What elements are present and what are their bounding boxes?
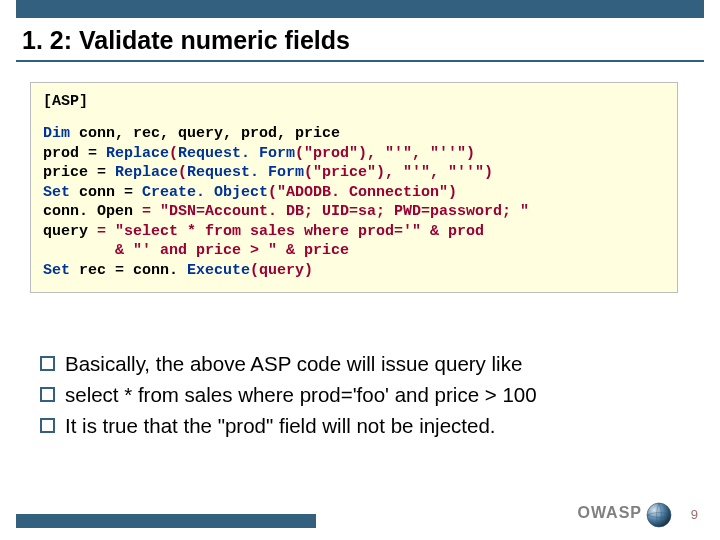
code-text: ("ADODB. Connection") [268,184,457,201]
code-text: = "DSN=Account. DB; UID=sa; PWD=password… [133,203,529,220]
top-bar [16,0,704,18]
bullet-text: Basically, the above ASP code will issue… [65,348,522,379]
code-keyword: Set [43,184,79,201]
title-underline [16,60,704,62]
code-text: rec = conn. [79,262,187,279]
code-text: conn = [79,184,142,201]
slide: 1. 2: Validate numeric fields [ASP] Dim … [0,0,720,540]
code-text: prod = [43,145,106,162]
code-language-tag: [ASP] [43,93,665,110]
bullet-icon [40,418,55,433]
footer-bar [16,514,316,528]
svg-point-0 [647,503,671,527]
code-text: ( [178,164,187,181]
list-item: It is true that the "prod" field will no… [40,410,680,441]
code-keyword: Set [43,262,79,279]
code-func: Replace [115,164,178,181]
code-text: (query) [250,262,313,279]
code-func: Create. Object [142,184,268,201]
bullet-list: Basically, the above ASP code will issue… [40,348,680,441]
bullet-icon [40,356,55,371]
code-text: conn, rec, query, prod, price [79,125,340,142]
code-text: ("prod"), "'", "''") [295,145,475,162]
code-text: ( [169,145,178,162]
bullet-icon [40,387,55,402]
code-func: Execute [187,262,250,279]
globe-icon [646,502,672,528]
list-item: select * from sales where prod='foo' and… [40,379,680,410]
list-item: Basically, the above ASP code will issue… [40,348,680,379]
code-text: = "select * from sales where prod='" & p… [88,223,484,240]
code-box: [ASP] Dim conn, rec, query, prod, price … [30,82,678,293]
code-text: & "' and price > " & price [43,242,349,259]
code-func: Request. Form [178,145,295,162]
bullet-text: select * from sales where prod='foo' and… [65,379,537,410]
code-text: conn. Open [43,203,133,220]
footer-brand: OWASP [577,504,642,522]
bullet-text: It is true that the "prod" field will no… [65,410,495,441]
code-block: Dim conn, rec, query, prod, price prod =… [43,124,665,280]
code-keyword: Dim [43,125,79,142]
code-text: query [43,223,88,240]
page-number: 9 [691,507,698,522]
code-func: Replace [106,145,169,162]
code-text: ("price"), "'", "''") [304,164,493,181]
slide-title: 1. 2: Validate numeric fields [22,26,350,55]
code-func: Request. Form [187,164,304,181]
code-text: price = [43,164,115,181]
